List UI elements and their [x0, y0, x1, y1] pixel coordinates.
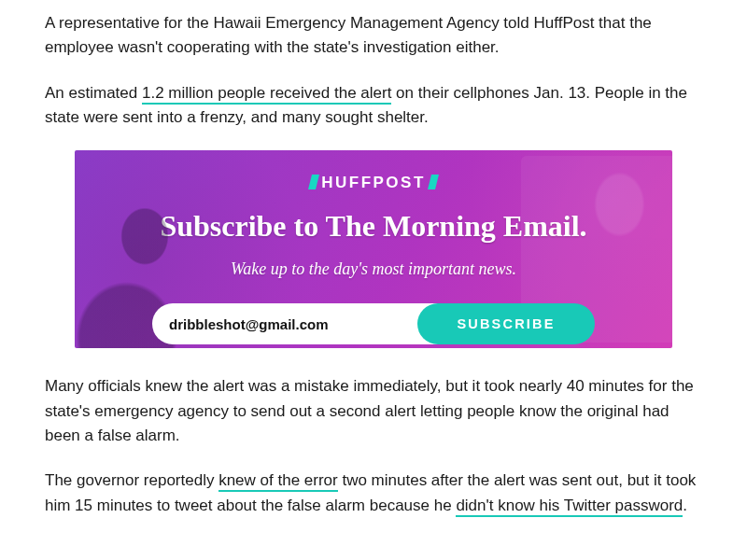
inline-link-alert-recipients[interactable]: 1.2 million people received the alert	[142, 84, 391, 105]
newsletter-promo-card: HUFFPOST Subscribe to The Morning Email.…	[75, 150, 672, 348]
brand-wordmark: HUFFPOST	[310, 171, 437, 195]
subscribe-button[interactable]: SUBSCRIBE	[417, 303, 595, 344]
paragraph: The governor reportedly knew of the erro…	[45, 469, 702, 518]
text-run: .	[683, 497, 687, 514]
paragraph: An estimated 1.2 million people received…	[45, 81, 702, 131]
email-field[interactable]	[152, 303, 442, 344]
inline-link-twitter-password[interactable]: didn't know his Twitter password	[456, 497, 683, 517]
text-run: An estimated	[45, 84, 142, 102]
subscribe-form: SUBSCRIBE	[152, 303, 595, 344]
paragraph: A representative for the Hawaii Emergenc…	[45, 11, 702, 61]
article-body: A representative for the Hawaii Emergenc…	[0, 0, 747, 518]
paragraph: Many officials knew the alert was a mist…	[45, 374, 702, 448]
inline-link-knew-of-error[interactable]: knew of the error	[218, 471, 338, 492]
text-run: The governor reportedly	[45, 471, 218, 489]
